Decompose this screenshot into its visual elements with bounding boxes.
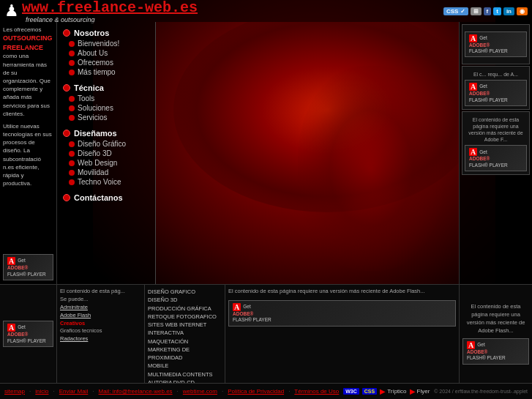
nav-dot-contactanos — [63, 194, 70, 201]
nav-item-web-design[interactable]: Web Design — [57, 158, 155, 168]
right-flash-btn-1[interactable]: A Get ADOBE® FLASH® PLAYER — [465, 31, 527, 58]
nav-item-ofrecemos[interactable]: Ofrecemos — [57, 58, 155, 67]
bottom-col4-flash-btn[interactable]: A Get ADOBE® FLASH® PLAYER — [228, 300, 456, 327]
nav-item-soluciones[interactable]: Soluciones — [57, 103, 155, 113]
nav-bullet — [69, 141, 75, 147]
nav-bullet — [69, 179, 75, 185]
rss2-icon[interactable]: ◉ — [517, 7, 528, 15]
service-item-9: MOBILE — [148, 362, 222, 370]
face-background — [156, 22, 459, 284]
flash-product-label: FLASH® PLAYER — [7, 272, 46, 277]
adobe-logo-2: A — [469, 83, 477, 91]
service-item-7: MAQUETACIÓN — [148, 338, 222, 346]
footer-links: sitemap · inicio · Enviar Mail · Mail: i… — [4, 388, 339, 395]
nav-dot-disenamos — [63, 130, 70, 137]
page-wrapper: ♟ www.freelance-web.es freelance & outso… — [0, 0, 532, 399]
nav-bullet — [69, 170, 75, 176]
redactores-link[interactable]: Radactores — [60, 335, 88, 342]
flash-product-1: FLASH® PLAYER — [469, 48, 508, 54]
service-item-1: DISEÑO GRAFICO — [148, 288, 222, 296]
footer-terminos[interactable]: Términos de Uso — [294, 388, 339, 395]
rss-icon[interactable]: ⊞ — [471, 7, 482, 15]
footer-mail[interactable]: Mail: info@freelance-web.es — [99, 388, 173, 395]
center-display — [156, 22, 459, 284]
bottom-col-1: A Get ADOBE® FLASH® PLAYER — [0, 285, 57, 383]
adobe-logo-1: A — [469, 34, 477, 42]
nav-item-movilidad[interactable]: Movilidad — [57, 168, 155, 177]
top-nav-icons: CSS ✓ ⊞ f t in ◉ — [443, 7, 528, 15]
nav-item-mastiempo[interactable]: Más tiempo — [57, 67, 155, 77]
flash-product-2: FLASH® PLAYER — [469, 97, 508, 103]
right-block-2-text: El c... requ... de A... — [473, 71, 518, 78]
nav-item-servicios[interactable]: Servicios — [57, 113, 155, 122]
footer-privacidad[interactable]: Política de Privacidad — [228, 388, 284, 395]
nav-section-disenamos[interactable]: Diseñamos — [57, 125, 155, 139]
right-ad-block-2: El c... requ... de A... A Get ADOBE® FLA… — [462, 66, 530, 110]
nav-item-about[interactable]: About Us — [57, 48, 155, 58]
adobe-logo-3: A — [469, 148, 477, 156]
adobe-logo-icon: A — [7, 257, 15, 265]
footer: sitemap · inicio · Enviar Mail · Mail: i… — [0, 383, 532, 399]
adobe-flash-link[interactable]: Adobe Flash — [60, 312, 91, 318]
nav-section-nosotros-label: Nosotros — [74, 29, 109, 37]
flash-get-label: Get — [18, 258, 25, 264]
adobe-brand-3: ADOBE® — [469, 156, 490, 162]
footer-sep4: · — [177, 388, 179, 395]
footer-copyright: © 2024 / erftlaw.the-freedom-trust-.appl… — [434, 389, 528, 394]
get-label-3: Get — [479, 149, 487, 155]
bottom-flash-top: A Get — [7, 324, 26, 332]
service-item-3: PRODUCCIÓN GRÁFICA — [148, 305, 222, 313]
twitter-icon[interactable]: t — [493, 7, 501, 15]
nav-section-contactanos[interactable]: Contáctanos — [57, 190, 155, 204]
left-get-flash-button[interactable]: A Get ADOBE® FLASH® PLAYER — [3, 254, 53, 280]
bottom-right-flash-btn[interactable]: A Get ADOBE® FLASH® PLAYER — [462, 338, 529, 365]
nav-item-techno-voice[interactable]: Techno Voice — [57, 177, 155, 187]
br-get-label: Get — [477, 342, 484, 348]
service-item-2: DISEÑO 3D — [148, 296, 222, 304]
footer-inicio[interactable]: inicio — [35, 388, 48, 395]
face-gradient-2 — [298, 66, 444, 271]
nav-section-tecnica[interactable]: Técnica — [57, 80, 155, 94]
promo-body: como una herramienta más de su organizac… — [3, 53, 50, 116]
nav-bullet — [69, 160, 75, 166]
promo-text2: Utilice nuevas tecnologías en sus proces… — [3, 122, 53, 188]
right-flash-btn-3[interactable]: A Get ADOBE® FLASH® PLAYER — [465, 145, 527, 171]
right-block-3-text: El contenido de esta página requiere una… — [465, 116, 527, 143]
bottom-flash-btn[interactable]: A Get ADOBE® FLASH® PLAYER — [3, 321, 53, 347]
nav-item-diseno-grafico[interactable]: Diseño Gráfico — [57, 139, 155, 149]
nav-item-tools[interactable]: Tools — [57, 94, 155, 103]
promo-highlight2: FREELANCE — [3, 44, 43, 51]
right-column: A Get ADOBE® FLASH® PLAYER El c... requ.… — [459, 22, 532, 284]
flyer-btn[interactable]: ▶ Flyer — [410, 387, 430, 395]
bottom-col2-text: El contenido de esta pág... Se puede... … — [60, 288, 141, 343]
nav-item-diseno-3d[interactable]: Diseño 3D — [57, 149, 155, 158]
adobe-brand-1: ADOBE® — [469, 42, 490, 48]
triptico-btn[interactable]: ▶ Tríptico — [380, 387, 406, 395]
flash-product-3: FLASH® PLAYER — [469, 163, 508, 168]
bottom-strip: A Get ADOBE® FLASH® PLAYER El contenido … — [0, 284, 532, 383]
nav-bullet — [69, 70, 75, 75]
footer-enviar-mail[interactable]: Enviar Mail — [59, 388, 89, 395]
facebook-icon[interactable]: f — [484, 7, 492, 15]
footer-center: W3C CSS ▶ Tríptico ▶ Flyer — [343, 387, 430, 395]
br-flash-product: FLASH® PLAYER — [467, 355, 506, 361]
get-label-1: Get — [479, 35, 487, 41]
nav-section-nosotros[interactable]: Nosotros — [57, 25, 155, 39]
bc4-adobe-brand: ADOBE® — [233, 311, 253, 317]
adobe-brand: ADOBE® — [7, 265, 28, 270]
bottom-col-3: DISEÑO GRAFICO DISEÑO 3D PRODUCCIÓN GRÁF… — [145, 285, 225, 383]
right-flash-btn-2[interactable]: A Get ADOBE® FLASH® PLAYER — [465, 80, 527, 106]
flash-top-2: A Get — [469, 83, 487, 91]
bottom-get-label: Get — [18, 324, 25, 330]
bottom-flash-product: FLASH® PLAYER — [7, 338, 46, 344]
admin-link[interactable]: Adminitrate — [60, 304, 88, 310]
right-ad-block-3: El contenido de esta página requiere una… — [462, 111, 530, 175]
footer-webtime[interactable]: webtime.com — [183, 388, 217, 395]
linkedin-icon[interactable]: in — [503, 7, 514, 15]
nav-bullet — [69, 60, 75, 66]
flyer-label: Flyer — [417, 388, 430, 395]
css-icon[interactable]: CSS ✓ — [443, 7, 468, 15]
footer-sitemap[interactable]: sitemap — [4, 388, 25, 395]
nav-item-bienvenidos[interactable]: Bienvenidos! — [57, 39, 155, 48]
get-label-2: Get — [479, 83, 487, 89]
